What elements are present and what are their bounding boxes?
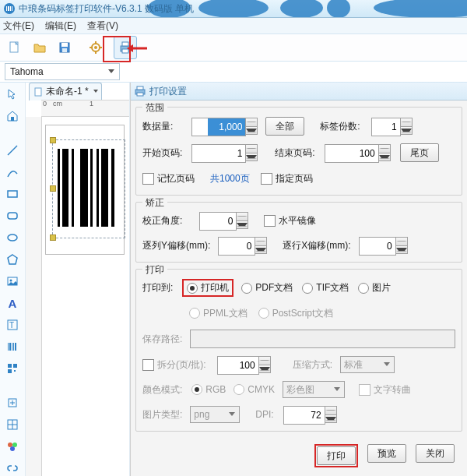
richtext-tool[interactable]: T [4, 316, 21, 333]
svg-rect-7 [61, 43, 68, 47]
print-button-highlight: 打印 [314, 444, 358, 467]
img-radio[interactable] [358, 283, 369, 294]
svg-point-10 [94, 46, 97, 49]
curve-tool[interactable] [4, 164, 21, 181]
specify-page-checkbox[interactable] [261, 173, 272, 185]
close-button[interactable]: 关闭 [416, 444, 455, 463]
split-label: 拆分(页/批): [157, 358, 206, 372]
data-qty-spinner[interactable] [191, 118, 258, 135]
split-input [217, 356, 259, 375]
text-outline-label: 文字转曲 [374, 383, 411, 397]
start-page-input[interactable] [191, 144, 246, 163]
print-to-label: 打印到: [142, 281, 173, 294]
preview-button[interactable]: 预览 [367, 444, 406, 463]
copies-input[interactable] [371, 118, 401, 136]
dpi-spinner [283, 406, 337, 423]
yoffset-spinner[interactable] [218, 237, 267, 254]
text-outline-checkbox [359, 384, 370, 396]
pdf-radio[interactable] [241, 283, 252, 294]
copies-spinner[interactable] [371, 118, 413, 135]
line-tool[interactable] [4, 142, 21, 159]
end-page-label: 结束页码: [275, 146, 314, 160]
angle-spinner[interactable] [199, 212, 248, 229]
remember-page-checkbox[interactable] [142, 173, 154, 185]
save-path-input [190, 330, 455, 348]
xoffset-spinner[interactable] [359, 237, 408, 254]
angle-input[interactable] [199, 212, 237, 231]
split-spinner[interactable] [217, 356, 271, 373]
data-qty-input[interactable] [191, 118, 246, 136]
qrcode-tool[interactable] [4, 360, 21, 377]
document-tab[interactable]: 未命名-1 * [29, 83, 102, 100]
font-family-value: Tahoma [10, 66, 44, 77]
ps-radio[interactable] [258, 308, 269, 319]
svg-rect-1 [6, 6, 7, 11]
ppml-radio[interactable] [189, 308, 200, 319]
split-checkbox[interactable] [142, 359, 154, 371]
svg-rect-22 [8, 191, 17, 197]
polygon-tool[interactable] [4, 251, 21, 268]
svg-rect-36 [13, 364, 17, 368]
tif-radio[interactable] [302, 283, 313, 294]
color-mode-label: 颜色模式: [142, 383, 182, 397]
menu-edit[interactable]: 编辑(E) [45, 19, 76, 33]
grid-tool[interactable] [4, 416, 21, 433]
svg-rect-31 [9, 343, 11, 351]
printer-radio[interactable] [187, 283, 198, 294]
save-button[interactable] [53, 36, 76, 59]
start-page-spinner[interactable] [191, 144, 258, 161]
img-radio-label: 图片 [372, 281, 391, 294]
print-legend: 打印 [142, 263, 167, 277]
svg-point-45 [8, 443, 12, 447]
toolbar [0, 34, 467, 62]
cmyk-radio [234, 384, 244, 395]
insert-tool[interactable] [4, 394, 21, 411]
save-path-label: 保存路径: [142, 333, 182, 346]
dpi-label: DPI: [255, 409, 273, 420]
label-page[interactable] [45, 125, 125, 255]
roundrect-tool[interactable] [4, 207, 21, 224]
link-tool[interactable] [4, 460, 21, 476]
last-page-button[interactable]: 尾页 [400, 143, 439, 162]
mirror-checkbox[interactable] [264, 215, 276, 227]
open-button[interactable] [28, 36, 51, 59]
menu-view[interactable]: 查看(V) [87, 19, 118, 33]
ruler-horizontal: 0 cm 1 [41, 100, 129, 117]
ellipse-tool[interactable] [4, 229, 21, 246]
home-tool[interactable] [4, 108, 21, 125]
svg-rect-37 [8, 369, 12, 373]
xoffset-label: 逐行X偏移(mm): [283, 239, 350, 252]
canvas-panel: 未命名-1 * 0 cm 1 [26, 83, 130, 476]
text-tool[interactable]: A [4, 294, 21, 312]
yoffset-input[interactable] [218, 237, 255, 256]
menu-file[interactable]: 文件(E) [3, 19, 34, 33]
total-pages-link[interactable]: 共1000页 [210, 172, 250, 185]
xoffset-input[interactable] [359, 237, 396, 256]
specify-page-label: 指定页码 [276, 172, 313, 185]
svg-rect-51 [137, 93, 143, 96]
range-group: 范围 数据量: 全部 标签份数: [135, 107, 462, 196]
new-doc-button[interactable] [3, 36, 26, 59]
pointer-tool[interactable] [4, 86, 21, 103]
end-page-input[interactable] [325, 144, 379, 163]
rgb-radio-label: RGB [205, 384, 226, 395]
color-tool[interactable] [4, 438, 21, 455]
rgb-radio [191, 384, 202, 395]
angle-label: 校正角度: [142, 214, 182, 227]
svg-point-47 [10, 446, 15, 451]
image-tool[interactable] [4, 273, 21, 290]
svg-point-24 [8, 234, 17, 241]
range-legend: 范围 [142, 101, 167, 115]
arrow-annotation [127, 43, 149, 54]
barcode-object[interactable] [58, 149, 120, 227]
font-family-combo[interactable]: Tahoma [5, 63, 120, 80]
app-icon [3, 2, 16, 15]
print-settings-dialog: 打印设置 范围 数据量: 全部 标签份数: [130, 83, 467, 476]
barcode-tool[interactable] [4, 338, 21, 355]
dialog-print-button[interactable]: 打印 [317, 446, 356, 465]
settings-button[interactable] [84, 36, 107, 59]
svg-rect-8 [62, 48, 67, 52]
end-page-spinner[interactable] [325, 144, 391, 161]
rect-tool[interactable] [4, 185, 21, 203]
all-button[interactable]: 全部 [265, 117, 304, 136]
